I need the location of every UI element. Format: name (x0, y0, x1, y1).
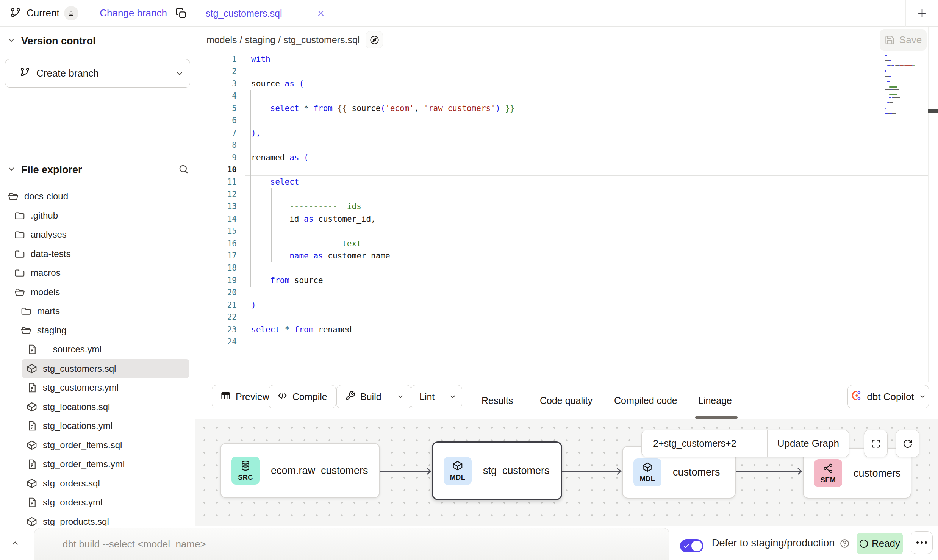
tree-item-macros[interactable]: macros (14, 263, 189, 283)
lineage-node-ecom-raw-customers[interactable]: SRCecom.raw_customers (220, 443, 380, 498)
version-control-header[interactable]: Version control (0, 33, 195, 49)
lineage-node-stg-customers[interactable]: MDLstg_customers (432, 441, 562, 500)
code-line (251, 164, 515, 176)
build-dropdown[interactable] (390, 385, 411, 408)
create-branch-label: Create branch (36, 67, 99, 79)
divider (905, 0, 906, 27)
lineage-edge (380, 466, 433, 476)
search-icon[interactable] (178, 164, 189, 176)
tree-item-stg-order-items-sql[interactable]: stg_order_items.sql (26, 436, 189, 455)
file-name: stg_products.sql (43, 516, 109, 526)
cube-icon (26, 478, 38, 489)
chevron-down-icon (7, 36, 16, 46)
command-input[interactable] (34, 528, 669, 560)
folder-open-icon (8, 191, 19, 202)
file-name: stg_order_items.yml (43, 459, 125, 469)
file-explorer-header[interactable]: File explorer (0, 161, 195, 178)
line-number-gutter: 123456789101112131415161718192021222324 (212, 53, 237, 348)
semantic-icon (822, 463, 834, 476)
branch-bar: Current Change branch (0, 0, 195, 27)
status-badge-ready: Ready (857, 533, 903, 554)
lineage-selector-input[interactable] (642, 430, 767, 457)
tree-item-data-tests[interactable]: data-tests (14, 244, 189, 264)
file-name: models (31, 287, 60, 297)
preview-button[interactable]: Preview (212, 385, 278, 408)
close-icon[interactable] (316, 8, 326, 18)
file-name: macros (31, 267, 61, 278)
new-tab-button[interactable] (914, 5, 930, 22)
tree-item-stg-customers-sql[interactable]: stg_customers.sql (22, 359, 189, 379)
create-branch-button[interactable]: Create branch (5, 59, 190, 88)
sidebar: Current Change branch Version control Cr… (0, 0, 195, 526)
lineage-canvas[interactable]: SRCecom.raw_customersMDLstg_customersMDL… (195, 419, 938, 526)
scrollbar-thumb[interactable] (928, 109, 938, 113)
code-line (251, 286, 515, 299)
create-branch-dropdown[interactable] (169, 59, 190, 87)
cube-icon (26, 440, 38, 451)
tree-item-stg-customers-yml[interactable]: stg_customers.yml (26, 378, 189, 397)
tree-item-docs-cloud[interactable]: docs-cloud (8, 187, 189, 206)
tab-compiled-code[interactable]: Compiled code (614, 382, 677, 419)
copilot-label: dbt Copilot (867, 391, 914, 403)
code-line: select (251, 176, 515, 188)
change-branch-link[interactable]: Change branch (100, 7, 167, 19)
folder-open-icon (14, 286, 25, 298)
doc-icon (26, 382, 38, 393)
lineage-controls: Update Graph (641, 430, 849, 457)
more-options-button[interactable] (911, 531, 933, 554)
build-button[interactable]: Build (336, 385, 411, 408)
compile-button[interactable]: Compile (269, 385, 336, 408)
file-name: stg_customers.sql (43, 363, 116, 374)
code-line (251, 188, 515, 200)
tab-lineage[interactable]: Lineage (698, 382, 732, 419)
dbt-copilot-logo-icon (850, 389, 862, 404)
tab-stg-customers-sql[interactable]: stg_customers.sql (195, 0, 335, 27)
help-icon[interactable] (840, 538, 850, 550)
code-line: source as ( (251, 78, 515, 90)
lint-dropdown[interactable] (443, 385, 462, 408)
tree-item-models[interactable]: models (14, 283, 189, 302)
tree-item-analyses[interactable]: analyses (14, 225, 189, 244)
lint-button[interactable]: Lint (411, 385, 462, 408)
code-line (251, 262, 515, 274)
branch-lock-icon (64, 6, 78, 20)
code-editor[interactable]: 123456789101112131415161718192021222324 … (195, 53, 938, 382)
ready-label: Ready (872, 538, 900, 549)
tree-item-stg-orders-sql[interactable]: stg_orders.sql (26, 474, 189, 493)
code-line (251, 225, 515, 237)
tab-label: stg_customers.sql (206, 8, 282, 19)
chevron-down-icon (919, 391, 926, 403)
status-ring-icon (860, 540, 868, 548)
defer-toggle[interactable] (680, 539, 704, 552)
tree-item-stg-order-items-yml[interactable]: stg_order_items.yml (26, 455, 189, 474)
code-line: ) (251, 299, 515, 311)
copy-icon[interactable] (175, 8, 187, 19)
tree-item-stg-products-sql[interactable]: stg_products.sql (26, 512, 189, 526)
chevron-up-icon[interactable] (7, 535, 23, 552)
node-title: ecom.raw_customers (271, 465, 368, 477)
save-button[interactable]: Save (880, 29, 927, 51)
copilot-compass-icon[interactable] (366, 31, 383, 48)
refresh-button[interactable] (896, 430, 919, 457)
update-graph-button[interactable]: Update Graph (767, 430, 849, 457)
tree-item-marts[interactable]: marts (20, 302, 189, 321)
tree-item-stg-locations-yml[interactable]: stg_locations.yml (26, 416, 189, 436)
tab-results[interactable]: Results (482, 382, 513, 419)
code-line (251, 336, 515, 348)
tree-item--github[interactable]: .github (14, 206, 189, 225)
code-content: withsource as ( select * from {{ source(… (251, 53, 515, 348)
wrench-icon (345, 391, 355, 403)
chevron-down-icon (7, 164, 16, 175)
tree-item--sources-yml[interactable]: __sources.yml (26, 340, 189, 359)
file-name: stg_customers.yml (43, 382, 119, 393)
dbt-copilot-button[interactable]: dbt Copilot (847, 385, 929, 408)
tree-item-staging[interactable]: staging (20, 321, 189, 340)
cube-icon (26, 401, 38, 413)
tree-item-stg-orders-yml[interactable]: stg_orders.yml (26, 493, 189, 512)
code-line: select * from renamed (251, 324, 515, 336)
doc-icon (26, 458, 38, 470)
tree-item-stg-locations-sql[interactable]: stg_locations.sql (26, 397, 189, 417)
tab-code-quality[interactable]: Code quality (540, 382, 593, 419)
cube-icon (642, 461, 653, 474)
fullscreen-button[interactable] (864, 430, 888, 457)
